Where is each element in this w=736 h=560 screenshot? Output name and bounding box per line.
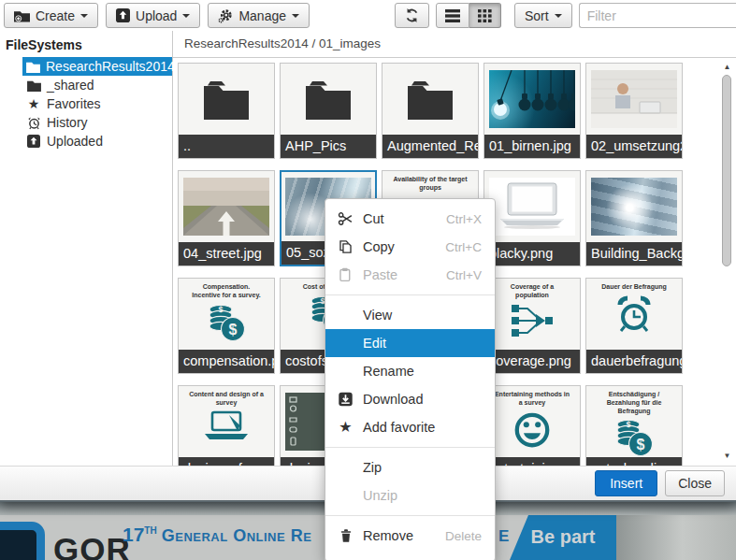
close-button[interactable]: Close	[665, 470, 725, 496]
menu-item-label: Copy	[363, 239, 395, 254]
file-tile-ahp-pics[interactable]: AHP_Pics	[280, 63, 377, 159]
chevron-down-icon	[292, 14, 299, 18]
scroll-down-arrow-icon[interactable]: ▼	[722, 452, 732, 460]
svg-text:$: $	[218, 305, 223, 314]
breadcrumb[interactable]: ResearchResults2014 / 01_images	[173, 31, 736, 58]
context-menu-item-download[interactable]: Download	[325, 385, 495, 413]
grid-view-button[interactable]	[469, 3, 501, 28]
context-menu-item-rename[interactable]: Rename	[325, 357, 495, 385]
context-menu-item-zip[interactable]: Zip	[325, 453, 495, 481]
manage-button[interactable]: Manage	[208, 3, 310, 28]
gear-icon	[218, 8, 233, 23]
menu-item-shortcut: Delete	[445, 529, 482, 543]
scissors-icon	[337, 211, 354, 227]
context-menu-item-edit[interactable]: Edit	[325, 329, 495, 357]
file-tile-coverage-png[interactable]: Coverage of a populationcoverage.png	[483, 278, 581, 374]
refresh-icon	[404, 7, 420, 23]
trash-icon	[337, 528, 354, 544]
tile-label: blacky.png	[484, 242, 580, 266]
sidebar: FileSystems ResearchResults2014_shared★F…	[0, 31, 173, 467]
sidebar-item-label: ResearchResults2014	[46, 59, 175, 74]
info-thumbnail: Entertaining methods in a survey	[484, 386, 580, 457]
file-tile-entertaining-pn[interactable]: Entertaining methods in a surveyentertai…	[483, 385, 581, 467]
context-menu-item-copy[interactable]: CopyCtrl+C	[325, 233, 495, 261]
file-tile-augmented-re[interactable]: Augmented_Re	[382, 63, 479, 159]
download-icon	[337, 392, 354, 408]
file-tile-04-street-jpg[interactable]: 04_street.jpg	[178, 170, 275, 266]
sort-button[interactable]: Sort	[514, 3, 572, 28]
tile-label: coverage.png	[484, 350, 580, 373]
insert-button[interactable]: Insert	[595, 470, 657, 496]
sidebar-item-label: Uploaded	[47, 134, 103, 149]
filter-input[interactable]	[579, 3, 736, 28]
toolbar: Create Upload Manage	[0, 0, 736, 31]
tile-label: compensation.p	[179, 350, 274, 373]
photo-building-thumbnail	[586, 171, 682, 242]
menu-item-label: Cut	[363, 211, 384, 226]
scrollbar[interactable]: ▲ ▼	[722, 63, 732, 460]
coins-icon: $$	[613, 418, 656, 457]
scrollbar-thumb[interactable]	[722, 75, 731, 266]
menu-item-shortcut: Ctrl+C	[445, 240, 482, 254]
chevron-down-icon	[80, 14, 88, 18]
info-thumbnail: Compensation. Incentive for a survey.$$	[179, 279, 274, 350]
sidebar-item-shared[interactable]: _shared	[22, 76, 172, 94]
sidebar-item-uploaded[interactable]: Uploaded	[22, 132, 172, 151]
svg-text:$: $	[637, 437, 645, 452]
tile-label: 04_street.jpg	[179, 242, 274, 266]
menu-separator	[325, 447, 495, 448]
sidebar-item-favorites[interactable]: ★Favorites	[22, 94, 172, 113]
folder-icon	[26, 61, 40, 73]
photo-road-thumbnail	[179, 171, 274, 242]
chevron-down-icon	[555, 14, 562, 18]
context-menu-item-view[interactable]: View	[325, 301, 495, 329]
context-menu-item-add-favorite[interactable]: ★Add favorite	[325, 413, 495, 441]
upload-icon	[26, 135, 41, 148]
filter-group	[579, 3, 736, 28]
info-thumbnail: Coverage of a population	[484, 279, 580, 350]
context-menu-item-remove[interactable]: RemoveDelete	[325, 522, 495, 550]
conference-title-tail: E	[498, 527, 509, 546]
svg-text:$: $	[229, 322, 238, 337]
menu-item-label: Paste	[363, 267, 397, 282]
screen: GOR 17TH General Online Re E Be part Cre…	[0, 0, 736, 560]
tile-heading: Dauer der Befragung	[592, 279, 676, 292]
info-thumbnail: Entschädigung / Bezahlung für die Befrag…	[586, 386, 682, 457]
tile-heading: Compensation. Incentive for a survey.	[179, 279, 274, 300]
tile-heading: Entschädigung / Bezahlung für die Befrag…	[586, 386, 682, 415]
menu-separator	[325, 515, 495, 516]
create-button[interactable]: Create	[4, 3, 98, 28]
context-menu-item-cut[interactable]: CutCtrl+X	[325, 205, 495, 233]
tile-label: Augmented_Re	[382, 135, 478, 158]
coverage-icon	[509, 303, 556, 342]
menu-item-label: Rename	[363, 364, 414, 379]
sidebar-item-label: History	[47, 115, 88, 130]
star-icon: ★	[26, 97, 41, 110]
upload-button[interactable]: Upload	[106, 3, 200, 28]
tile-label: 02_umsetzung2	[586, 135, 682, 158]
sidebar-tree: ResearchResults2014_shared★FavoritesHist…	[0, 57, 172, 151]
refresh-button[interactable]	[395, 3, 429, 28]
conference-title: 17TH General Online Re	[123, 524, 311, 546]
file-tile-design-of-a-su[interactable]: Content and design of a surveydesign_of_…	[178, 385, 275, 467]
sidebar-item-researchresults2014[interactable]: ResearchResults2014	[22, 57, 172, 76]
photo-laptop-thumbnail	[484, 171, 580, 242]
file-tile-entschaedigung[interactable]: Entschädigung / Bezahlung für die Befrag…	[585, 385, 683, 467]
file-tile-compensation-p[interactable]: Compensation. Incentive for a survey.$$c…	[178, 278, 275, 374]
info-thumbnail: Dauer der Befragung	[586, 279, 682, 350]
file-tile-01-birnen-jpg[interactable]: 01_birnen.jpg	[483, 63, 581, 159]
file-tile-building-backg[interactable]: Building_Backg	[585, 170, 683, 266]
file-tile-02-umsetzung2[interactable]: 02_umsetzung2	[585, 63, 683, 159]
context-menu-item-paste: PasteCtrl+V	[325, 261, 495, 289]
coins-icon: $$	[205, 303, 248, 346]
scroll-up-arrow-icon[interactable]: ▲	[722, 63, 732, 71]
tile-label: Building_Backg	[586, 242, 682, 266]
sidebar-item-history[interactable]: History	[22, 113, 172, 132]
tile-label: ..	[179, 135, 274, 158]
photo-bulbs-thumbnail	[484, 64, 580, 135]
file-tile-dauerbefragung[interactable]: Dauer der Befragungdauerbefragung	[585, 278, 683, 374]
menu-item-label: Remove	[363, 528, 413, 543]
list-view-button[interactable]	[436, 3, 469, 28]
file-tile-blacky-png[interactable]: blacky.png	[483, 170, 581, 266]
file-tile-item[interactable]: ..	[178, 63, 275, 159]
